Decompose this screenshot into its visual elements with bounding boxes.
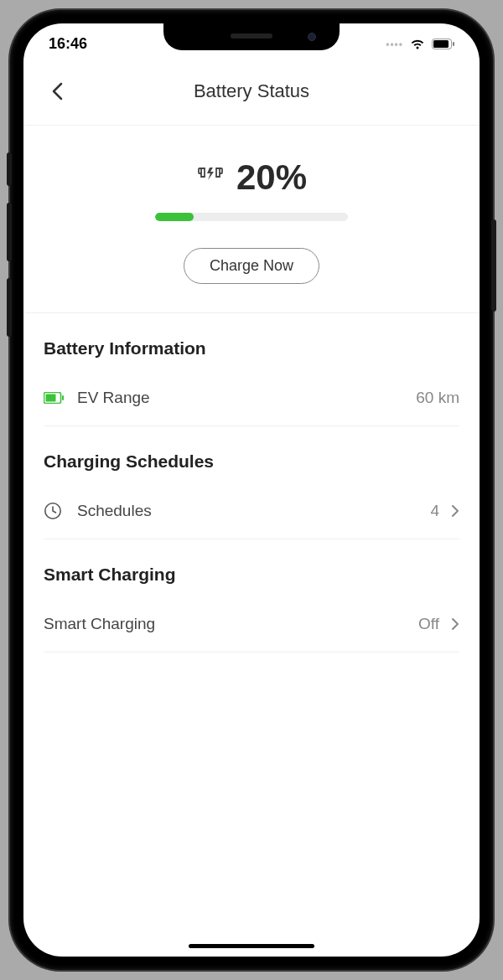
screen: 16:46 •••• Battery Status <box>23 23 480 957</box>
cellular-dots-icon: •••• <box>386 39 403 50</box>
back-button[interactable] <box>44 78 70 105</box>
home-indicator[interactable] <box>189 944 314 948</box>
speaker <box>231 34 272 39</box>
svg-rect-2 <box>453 42 454 46</box>
row-smart-charging[interactable]: Smart Charging Off <box>44 596 459 652</box>
notch <box>163 23 340 50</box>
side-button <box>491 219 496 312</box>
battery-fill-icon <box>44 392 67 404</box>
chevron-left-icon <box>51 82 63 101</box>
charge-plug-icon <box>196 165 225 190</box>
battery-percent: 20% <box>236 157 307 198</box>
side-button <box>7 152 12 186</box>
wifi-icon <box>410 39 425 50</box>
content: Battery Information EV Range 60 km Charg… <box>23 313 480 652</box>
row-label: EV Range <box>77 389 416 407</box>
page-title: Battery Status <box>70 80 433 102</box>
chevron-right-icon <box>451 617 459 631</box>
svg-rect-4 <box>46 395 56 402</box>
charge-now-button[interactable]: Charge Now <box>184 248 319 284</box>
battery-hero-top: 20% <box>196 157 307 198</box>
section-title-battery-info: Battery Information <box>44 313 459 370</box>
front-camera <box>308 33 316 41</box>
side-button <box>7 203 12 261</box>
phone-frame: 16:46 •••• Battery Status <box>10 10 493 970</box>
row-label: Smart Charging <box>44 615 418 633</box>
battery-progress-fill <box>155 213 194 221</box>
row-label: Schedules <box>77 502 430 520</box>
svg-rect-5 <box>62 395 64 400</box>
row-value: 4 <box>430 502 439 520</box>
row-value: Off <box>418 615 439 633</box>
clock-icon <box>44 502 67 520</box>
row-value: 60 km <box>416 389 459 407</box>
status-right: •••• <box>386 39 454 50</box>
status-time: 16:46 <box>49 35 87 53</box>
row-ev-range: EV Range 60 km <box>44 370 459 426</box>
row-schedules[interactable]: Schedules 4 <box>44 483 459 539</box>
battery-hero: 20% Charge Now <box>23 126 480 313</box>
battery-icon <box>432 39 454 49</box>
battery-progress-track <box>155 213 348 221</box>
section-title-charging-schedules: Charging Schedules <box>44 426 459 483</box>
section-title-smart-charging: Smart Charging <box>44 539 459 596</box>
side-button <box>7 278 12 337</box>
svg-rect-1 <box>433 40 449 48</box>
chevron-right-icon <box>451 504 459 518</box>
page-header: Battery Status <box>23 61 480 126</box>
